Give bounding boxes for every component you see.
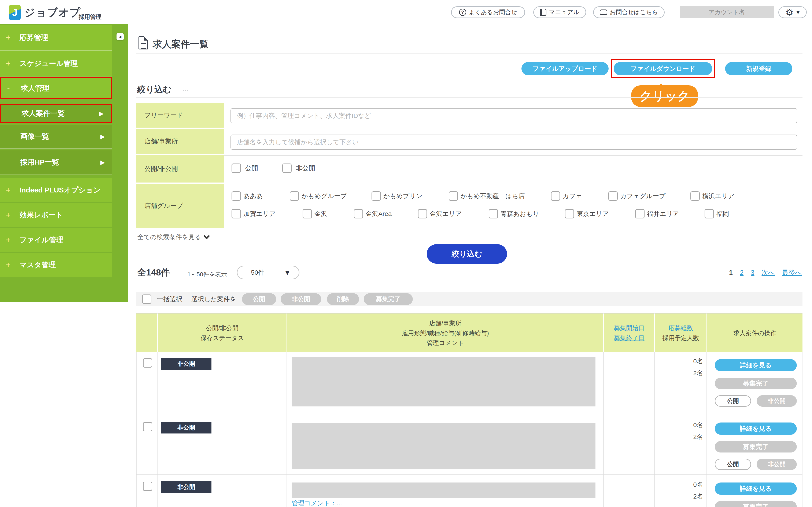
page-link-2[interactable]: 2 bbox=[740, 269, 744, 277]
header-store-column: 店舗/事業所 雇用形態/職種/給与(研修時給与) 管理コメント bbox=[287, 314, 603, 353]
group-checkbox[interactable] bbox=[232, 191, 241, 201]
chevron-right-icon: ▶ bbox=[100, 159, 105, 166]
header-text: 求人案件の操作 bbox=[707, 328, 803, 338]
group-checkbox-label: 金沢Area bbox=[366, 209, 392, 218]
unpublish-button[interactable]: 非公開 bbox=[757, 395, 797, 407]
sidebar-item-label: 応募管理 bbox=[19, 33, 48, 43]
sidebar-item-job-management[interactable]: - 求人管理 bbox=[0, 77, 112, 99]
bulk-complete-button[interactable]: 募集完了 bbox=[364, 293, 413, 305]
group-checkbox[interactable] bbox=[635, 209, 645, 218]
group-checkbox[interactable] bbox=[489, 209, 498, 218]
header-text: 保存ステータス bbox=[158, 333, 287, 343]
manual-label: マニュアル bbox=[549, 8, 579, 16]
publish-button[interactable]: 公開 bbox=[715, 395, 751, 407]
sidebar-item-applications[interactable]: + 応募管理 bbox=[0, 25, 112, 51]
group-checkbox[interactable] bbox=[705, 209, 714, 218]
sidebar-item-image-list[interactable]: 画像一覧 ▶ bbox=[0, 125, 112, 149]
unpublish-button[interactable]: 非公開 bbox=[757, 459, 797, 470]
sidebar-item-job-list[interactable]: 求人案件一覧 ▶ bbox=[0, 104, 112, 123]
group-checkbox[interactable] bbox=[232, 209, 241, 218]
title-divider bbox=[136, 53, 803, 54]
group-checkbox[interactable] bbox=[418, 209, 427, 218]
bulk-action-bar bbox=[136, 292, 803, 306]
contact-button[interactable]: お問合せはこちら bbox=[593, 6, 665, 18]
book-icon bbox=[540, 9, 546, 16]
select-all-checkbox[interactable] bbox=[142, 294, 151, 304]
sidebar-item-file-management[interactable]: + ファイル管理 bbox=[0, 228, 112, 252]
complete-button[interactable]: 募集完了 bbox=[715, 501, 797, 507]
settings-menu-button[interactable]: ⚙ ▼ bbox=[778, 6, 807, 18]
group-checkbox[interactable] bbox=[608, 191, 618, 201]
sidebar-item-schedule[interactable]: + スケジュール管理 bbox=[0, 51, 112, 76]
expand-plus-icon: + bbox=[6, 59, 19, 68]
faq-label: よくあるお問合せ bbox=[469, 8, 517, 16]
group-checkbox-label: 青森あおもり bbox=[501, 209, 539, 218]
group-checkbox[interactable] bbox=[551, 191, 560, 201]
row-checkbox[interactable] bbox=[143, 482, 152, 491]
faq-button[interactable]: ? よくあるお問合せ bbox=[451, 6, 525, 18]
manage-comment-link[interactable]: 管理コメント：... bbox=[292, 499, 342, 507]
heading-dots: … bbox=[182, 86, 189, 93]
applicants-count: 0名 bbox=[661, 357, 703, 366]
chevron-right-icon: ▶ bbox=[100, 133, 105, 140]
filter-submit-button[interactable]: 絞り込む bbox=[427, 244, 507, 264]
sidebar-item-report[interactable]: + 効果レポート bbox=[0, 203, 112, 227]
sidebar-item-indeed-plus[interactable]: + Indeed PLUSオプション bbox=[0, 178, 112, 203]
chevron-down-icon: ▼ bbox=[796, 10, 800, 15]
row-checkbox[interactable] bbox=[143, 422, 152, 431]
freeword-label: フリーワード bbox=[136, 103, 224, 128]
page-last-link[interactable]: 最後へ bbox=[782, 268, 802, 277]
group-checkbox[interactable] bbox=[565, 209, 574, 218]
sort-end-date-link[interactable]: 募集終了日 bbox=[604, 333, 654, 343]
publish-button[interactable]: 公開 bbox=[715, 459, 751, 470]
private-checkbox[interactable] bbox=[282, 164, 292, 173]
freeword-input[interactable] bbox=[231, 108, 797, 123]
sort-applicants-link[interactable]: 応募総数 bbox=[655, 323, 707, 333]
bulk-publish-button[interactable]: 公開 bbox=[242, 293, 276, 305]
detail-button[interactable]: 詳細を見る bbox=[715, 422, 797, 435]
status-badge: 非公開 bbox=[161, 481, 211, 493]
detail-button[interactable]: 詳細を見る bbox=[715, 483, 797, 495]
store-input[interactable] bbox=[231, 134, 797, 150]
sidebar-item-recruit-hp-list[interactable]: 採用HP一覧 ▶ bbox=[0, 151, 112, 174]
header-text: 店舗/事業所 bbox=[287, 318, 603, 328]
table-row-separator bbox=[136, 419, 803, 419]
table-grid-line bbox=[287, 352, 287, 507]
show-all-conditions-link[interactable]: 全ての検索条件を見る bbox=[137, 233, 209, 241]
page-link-3[interactable]: 3 bbox=[751, 269, 754, 277]
sort-start-date-link[interactable]: 募集開始日 bbox=[604, 323, 654, 333]
page-next-link[interactable]: 次へ bbox=[762, 268, 775, 277]
per-page-select[interactable]: 50件 ▼ bbox=[237, 266, 299, 279]
filter-heading: 絞り込む bbox=[137, 83, 171, 95]
public-checkbox[interactable] bbox=[232, 164, 241, 173]
complete-button[interactable]: 募集完了 bbox=[715, 378, 797, 389]
group-checkbox[interactable] bbox=[290, 191, 299, 201]
group-checkbox[interactable] bbox=[303, 209, 312, 218]
file-upload-button[interactable]: ファイルアップロード bbox=[521, 62, 609, 75]
chevron-right-icon: ▶ bbox=[99, 110, 104, 117]
group-checkbox[interactable] bbox=[354, 209, 363, 218]
row-checkbox[interactable] bbox=[143, 358, 152, 368]
store-group-label: 店舗グループ bbox=[136, 184, 224, 228]
store-label: 店舗/事業所 bbox=[136, 129, 224, 155]
group-checkbox[interactable] bbox=[449, 191, 458, 201]
group-checkbox[interactable] bbox=[371, 191, 381, 201]
sidebar-collapse-button[interactable]: ◀ bbox=[116, 33, 124, 40]
new-register-button[interactable]: 新規登録 bbox=[725, 62, 792, 75]
table-grid-line bbox=[654, 352, 655, 507]
detail-button[interactable]: 詳細を見る bbox=[715, 359, 797, 372]
table-grid-line bbox=[802, 352, 803, 507]
group-checkbox-label: カフェ bbox=[563, 191, 582, 201]
bulk-delete-button[interactable]: 削除 bbox=[327, 293, 359, 305]
header-status-column: 公開/非公開 保存ステータス bbox=[157, 314, 287, 353]
group-checkbox-label: 横浜エリア bbox=[702, 191, 734, 201]
complete-button[interactable]: 募集完了 bbox=[715, 441, 797, 452]
sidebar-item-master-management[interactable]: + マスタ管理 bbox=[0, 253, 112, 277]
total-count: 全148件 bbox=[137, 267, 170, 278]
table-grid-line bbox=[136, 352, 137, 507]
chevron-down-icon bbox=[203, 233, 210, 239]
group-checkbox[interactable] bbox=[691, 191, 700, 201]
bulk-unpublish-button[interactable]: 非公開 bbox=[281, 293, 321, 305]
manual-button[interactable]: マニュアル bbox=[533, 6, 586, 18]
filter-bottom-separator bbox=[136, 228, 803, 228]
